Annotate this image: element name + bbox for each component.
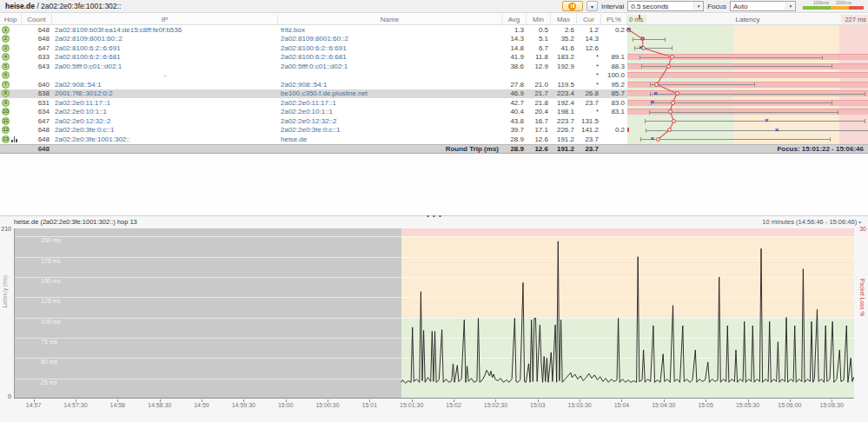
time-range-select[interactable]: 10 minutes (14:56:46 - 15:06:46) ▾	[762, 218, 861, 226]
hop-row-2[interactable]: 26482a02:8109:8001:60::22a02:8109:8001:6…	[0, 35, 868, 44]
hop-row-12[interactable]: 126482a02:2e0:3fe:0:c::12a02:2e0:3fe:0:c…	[0, 126, 868, 135]
max-cell: 41.6	[551, 44, 577, 52]
hop-cell: 13	[0, 135, 22, 143]
ip-cell: 2a02:2e0:3fe:1001:302::	[52, 135, 278, 143]
hop-row-6[interactable]: 6-*100.0	[0, 71, 868, 81]
name-cell: 2a02:908::54:1	[278, 81, 502, 89]
hop-cell: 9	[0, 99, 22, 107]
interval-select[interactable]: 0.5 seconds ▾	[627, 1, 704, 11]
hop-cell: 6	[0, 71, 22, 79]
max-cell: 192.4	[551, 99, 577, 107]
hop-row-13[interactable]: 136482a02:2e0:3fe:1001:302::heise.de28.9…	[0, 135, 868, 144]
ip-cell: 2a02:8100:6:2::6:691	[52, 44, 278, 52]
hop-row-1[interactable]: 16482a02:8109:b03f:ea14:de15:c8ff:fe0f:b…	[0, 25, 868, 35]
time-tick-label: 15:02	[436, 402, 471, 408]
packet-loss-cell: 83.0	[601, 99, 627, 107]
max-cell: 223.7	[551, 117, 577, 125]
column-header-cur: Cur	[577, 14, 601, 24]
count-cell: 638	[22, 89, 52, 97]
y-axis-min: 0	[0, 393, 11, 399]
latency-axis-label: Latency (ms)	[2, 275, 8, 308]
time-tick-label: 14:58:30	[142, 402, 177, 408]
cur-cell: 23.7	[577, 135, 601, 143]
hop-number-badge: 10	[2, 108, 10, 115]
legend-200ms-label: 200ms	[836, 0, 851, 5]
hop-row-11[interactable]: 116472a02:2e0:12:32::22a02:2e0:12:32::24…	[0, 116, 868, 126]
focus-select[interactable]: Auto ▾	[730, 1, 796, 11]
trace-menu-button[interactable]: ▾	[586, 1, 598, 11]
right-axis-max: 30	[859, 226, 866, 232]
hop-cell: 2	[0, 35, 22, 43]
count-cell: 648	[22, 135, 52, 143]
max-cell: 183.2	[551, 53, 577, 61]
count-cell: 643	[22, 63, 52, 70]
hop-row-10[interactable]: 106342a02:2e0:10:1::12a02:2e0:10:1::140.…	[0, 108, 868, 117]
chevron-down-icon: ▾	[591, 3, 593, 10]
max-cell: 192.9	[551, 63, 577, 70]
hop-row-4[interactable]: 46332a02:8100:6:2::6:6812a02:8100:6:2::6…	[0, 53, 868, 63]
packet-loss-cell: 0.2	[601, 126, 627, 134]
toolbar: heise.de / 2a02:2e0:3fe:1001:302:: ▾ Int…	[0, 0, 868, 13]
hop-number-badge: 6	[2, 71, 10, 79]
cur-cell: 1.2	[577, 26, 601, 34]
min-cell: 11.8	[527, 53, 551, 61]
time-range-value: 10 minutes (14:56:46 - 15:06:46)	[762, 218, 857, 226]
time-tick-label: 14:57	[17, 402, 51, 408]
hop-number-badge: 3	[2, 44, 10, 52]
hop-number-badge: 4	[2, 53, 10, 61]
timeline-plot[interactable]: 25 ms50 ms75 ms100 ms125 ms150 ms175 ms2…	[14, 228, 854, 399]
hop-cell: 5	[0, 63, 22, 70]
hop-cell: 3	[0, 44, 22, 52]
summary-count: 648	[22, 145, 52, 153]
bar-chart-icon	[11, 136, 17, 142]
time-tick-label: 15:01:30	[394, 402, 429, 408]
pause-button[interactable]	[562, 1, 583, 11]
hop-number-badge: 2	[2, 35, 10, 43]
hop-cell: 12	[0, 126, 22, 134]
min-cell: 12.6	[527, 135, 551, 143]
hop-row-8[interactable]: 86382001:7f8::3012:0:2be100.c350.f.de.pl…	[0, 89, 868, 99]
ip-cell: 2a02:908::54:1	[52, 81, 278, 89]
hop-number-badge: 13	[2, 135, 10, 143]
ip-cell: 2a00:5fff:0:c01::d02:1	[52, 63, 278, 70]
splitter-handle[interactable]: • • •	[427, 212, 442, 220]
max-cell: 119.5	[551, 81, 577, 89]
min-cell: 0.5	[527, 26, 551, 34]
summary-cur: 23.7	[577, 145, 601, 153]
ip-cell: 2a02:8100:6:2::6:681	[52, 53, 278, 61]
timeline-panel: • • • heise.de (2a02:2e0:3fe:1001:302::)…	[0, 215, 868, 422]
hop-row-7[interactable]: 76402a02:908::54:12a02:908::54:127.821.0…	[0, 80, 868, 89]
column-header-count: Count	[22, 14, 52, 24]
packet-loss-cell: 0.2	[601, 26, 627, 34]
time-tick-label: 15:01	[352, 402, 387, 408]
max-cell: 226.7	[551, 126, 577, 134]
name-cell: heise.de	[278, 135, 502, 143]
hop-row-9[interactable]: 96312a02:2e0:11:17::12a02:2e0:11:17::142…	[0, 98, 868, 108]
ip-cell: 2a02:8109:b03f:ea14:de15:c8ff:fe0f:b536	[52, 26, 278, 34]
avg-cell: 46.9	[502, 89, 527, 97]
y-axis-max: 210	[0, 226, 11, 232]
focus-range-label: Focus: 15:01:22 - 15:06:46	[627, 145, 868, 153]
min-cell: 20.4	[527, 108, 551, 115]
cur-cell: *	[577, 53, 601, 61]
min-cell: 17.1	[527, 126, 551, 134]
cur-cell: *	[577, 81, 601, 89]
count-cell: 640	[22, 81, 52, 89]
time-tick-label: 15:00	[268, 402, 303, 408]
cur-cell: 14.3	[577, 35, 601, 43]
hop-number-badge: 9	[2, 99, 10, 107]
hop-row-3[interactable]: 36472a02:8100:6:2::6:6912a02:8100:6:2::6…	[0, 43, 868, 53]
trace-table: HopCountIPNameAvgMinMaxCurPL% 0 ms Laten…	[0, 14, 868, 154]
count-cell: 647	[22, 117, 52, 125]
round-trip-label: Round Trip (ms)	[278, 145, 502, 153]
hop-row-5[interactable]: 56432a00:5fff:0:c01::d02:12a00:5fff:0:c0…	[0, 62, 868, 71]
time-tick-label: 14:59	[184, 402, 219, 408]
time-tick-label: 15:06:00	[772, 402, 807, 408]
ip-cell: -	[52, 71, 278, 79]
min-cell: 6.7	[527, 44, 551, 52]
hop-cell: 1	[0, 26, 22, 34]
ip-cell: 2001:7f8::3012:0:2	[52, 89, 278, 97]
latency-trace	[15, 228, 854, 399]
latency-scale-legend: 100ms 200ms	[803, 1, 864, 11]
time-tick-label: 15:05:30	[731, 402, 765, 408]
